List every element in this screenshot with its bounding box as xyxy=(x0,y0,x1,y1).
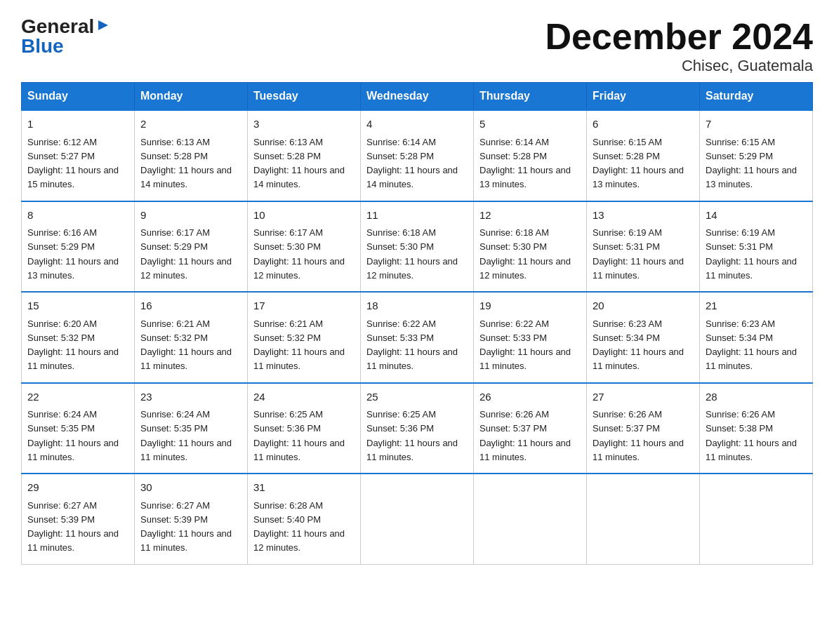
day-number: 8 xyxy=(27,208,128,224)
col-tuesday: Tuesday xyxy=(248,83,361,111)
col-saturday: Saturday xyxy=(700,83,813,111)
calendar-body: 1 Sunrise: 6:12 AMSunset: 5:27 PMDayligh… xyxy=(22,110,813,564)
day-info: Sunrise: 6:25 AMSunset: 5:36 PMDaylight:… xyxy=(253,409,345,462)
day-info: Sunrise: 6:26 AMSunset: 5:37 PMDaylight:… xyxy=(593,409,684,462)
col-sunday: Sunday xyxy=(22,83,135,111)
calendar-cell: 9 Sunrise: 6:17 AMSunset: 5:29 PMDayligh… xyxy=(135,201,248,293)
calendar-cell: 28 Sunrise: 6:26 AMSunset: 5:38 PMDaylig… xyxy=(700,383,813,474)
calendar-cell xyxy=(700,474,813,564)
day-info: Sunrise: 6:19 AMSunset: 5:31 PMDaylight:… xyxy=(706,227,797,281)
calendar-cell: 2 Sunrise: 6:13 AMSunset: 5:28 PMDayligh… xyxy=(135,110,248,201)
col-friday: Friday xyxy=(587,83,700,111)
calendar-cell: 11 Sunrise: 6:18 AMSunset: 5:30 PMDaylig… xyxy=(361,201,474,293)
day-info: Sunrise: 6:24 AMSunset: 5:35 PMDaylight:… xyxy=(27,409,119,462)
calendar-week-1: 1 Sunrise: 6:12 AMSunset: 5:27 PMDayligh… xyxy=(22,110,813,201)
calendar-cell xyxy=(474,474,587,564)
calendar-week-5: 29 Sunrise: 6:27 AMSunset: 5:39 PMDaylig… xyxy=(22,474,813,564)
calendar-cell: 27 Sunrise: 6:26 AMSunset: 5:37 PMDaylig… xyxy=(587,383,700,474)
page-header: General Blue December 2024 Chisec, Guate… xyxy=(21,17,813,75)
day-number: 31 xyxy=(253,480,355,496)
day-number: 23 xyxy=(140,389,241,405)
calendar-cell: 6 Sunrise: 6:15 AMSunset: 5:28 PMDayligh… xyxy=(587,110,700,201)
day-number: 16 xyxy=(140,298,241,314)
day-info: Sunrise: 6:18 AMSunset: 5:30 PMDaylight:… xyxy=(366,227,458,281)
day-info: Sunrise: 6:17 AMSunset: 5:30 PMDaylight:… xyxy=(253,227,345,281)
day-info: Sunrise: 6:23 AMSunset: 5:34 PMDaylight:… xyxy=(593,318,684,372)
calendar-cell: 17 Sunrise: 6:21 AMSunset: 5:32 PMDaylig… xyxy=(248,292,361,383)
day-info: Sunrise: 6:27 AMSunset: 5:39 PMDaylight:… xyxy=(27,500,119,554)
day-info: Sunrise: 6:13 AMSunset: 5:28 PMDaylight:… xyxy=(140,137,232,190)
day-info: Sunrise: 6:22 AMSunset: 5:33 PMDaylight:… xyxy=(366,318,458,372)
calendar-cell: 30 Sunrise: 6:27 AMSunset: 5:39 PMDaylig… xyxy=(135,474,248,564)
svg-marker-0 xyxy=(98,20,108,30)
day-info: Sunrise: 6:17 AMSunset: 5:29 PMDaylight:… xyxy=(140,227,232,281)
day-info: Sunrise: 6:27 AMSunset: 5:39 PMDaylight:… xyxy=(140,500,232,554)
day-info: Sunrise: 6:20 AMSunset: 5:32 PMDaylight:… xyxy=(27,318,119,372)
day-info: Sunrise: 6:26 AMSunset: 5:38 PMDaylight:… xyxy=(706,409,797,462)
day-info: Sunrise: 6:24 AMSunset: 5:35 PMDaylight:… xyxy=(140,409,232,462)
page-subtitle: Chisec, Guatemala xyxy=(545,57,813,75)
day-number: 20 xyxy=(593,298,694,314)
day-number: 5 xyxy=(479,116,581,133)
day-info: Sunrise: 6:25 AMSunset: 5:36 PMDaylight:… xyxy=(366,409,458,462)
day-number: 18 xyxy=(366,298,468,314)
logo-general-text: General xyxy=(21,17,94,36)
calendar-cell: 25 Sunrise: 6:25 AMSunset: 5:36 PMDaylig… xyxy=(361,383,474,474)
day-number: 10 xyxy=(253,208,355,224)
calendar-cell xyxy=(587,474,700,564)
day-number: 2 xyxy=(140,116,241,133)
day-info: Sunrise: 6:21 AMSunset: 5:32 PMDaylight:… xyxy=(253,318,345,372)
calendar-cell: 7 Sunrise: 6:15 AMSunset: 5:29 PMDayligh… xyxy=(700,110,813,201)
calendar-cell: 1 Sunrise: 6:12 AMSunset: 5:27 PMDayligh… xyxy=(22,110,135,201)
day-number: 6 xyxy=(593,116,694,133)
day-number: 21 xyxy=(706,298,807,314)
day-info: Sunrise: 6:13 AMSunset: 5:28 PMDaylight:… xyxy=(253,137,345,190)
day-number: 30 xyxy=(140,480,241,496)
calendar-week-4: 22 Sunrise: 6:24 AMSunset: 5:35 PMDaylig… xyxy=(22,383,813,474)
day-number: 28 xyxy=(706,389,807,405)
day-info: Sunrise: 6:23 AMSunset: 5:34 PMDaylight:… xyxy=(706,318,797,372)
day-info: Sunrise: 6:21 AMSunset: 5:32 PMDaylight:… xyxy=(140,318,232,372)
calendar-cell: 13 Sunrise: 6:19 AMSunset: 5:31 PMDaylig… xyxy=(587,201,700,293)
calendar-cell: 16 Sunrise: 6:21 AMSunset: 5:32 PMDaylig… xyxy=(135,292,248,383)
logo-triangle-icon xyxy=(95,18,111,33)
day-number: 15 xyxy=(27,298,128,314)
calendar-cell: 10 Sunrise: 6:17 AMSunset: 5:30 PMDaylig… xyxy=(248,201,361,293)
day-number: 1 xyxy=(27,116,128,133)
calendar-cell: 31 Sunrise: 6:28 AMSunset: 5:40 PMDaylig… xyxy=(248,474,361,564)
calendar-cell: 26 Sunrise: 6:26 AMSunset: 5:37 PMDaylig… xyxy=(474,383,587,474)
calendar-cell: 15 Sunrise: 6:20 AMSunset: 5:32 PMDaylig… xyxy=(22,292,135,383)
day-info: Sunrise: 6:19 AMSunset: 5:31 PMDaylight:… xyxy=(593,227,684,281)
calendar-cell: 23 Sunrise: 6:24 AMSunset: 5:35 PMDaylig… xyxy=(135,383,248,474)
calendar-cell xyxy=(361,474,474,564)
day-info: Sunrise: 6:28 AMSunset: 5:40 PMDaylight:… xyxy=(253,500,345,554)
day-number: 22 xyxy=(27,389,128,405)
day-info: Sunrise: 6:26 AMSunset: 5:37 PMDaylight:… xyxy=(479,409,571,462)
day-number: 26 xyxy=(479,389,581,405)
day-info: Sunrise: 6:14 AMSunset: 5:28 PMDaylight:… xyxy=(366,137,458,190)
calendar-cell: 8 Sunrise: 6:16 AMSunset: 5:29 PMDayligh… xyxy=(22,201,135,293)
calendar-cell: 12 Sunrise: 6:18 AMSunset: 5:30 PMDaylig… xyxy=(474,201,587,293)
day-info: Sunrise: 6:12 AMSunset: 5:27 PMDaylight:… xyxy=(27,137,119,190)
calendar-week-2: 8 Sunrise: 6:16 AMSunset: 5:29 PMDayligh… xyxy=(22,201,813,293)
day-number: 4 xyxy=(366,116,468,133)
col-wednesday: Wednesday xyxy=(361,83,474,111)
calendar-cell: 24 Sunrise: 6:25 AMSunset: 5:36 PMDaylig… xyxy=(248,383,361,474)
calendar-cell: 18 Sunrise: 6:22 AMSunset: 5:33 PMDaylig… xyxy=(361,292,474,383)
day-info: Sunrise: 6:18 AMSunset: 5:30 PMDaylight:… xyxy=(479,227,571,281)
day-number: 24 xyxy=(253,389,355,405)
day-number: 19 xyxy=(479,298,581,314)
day-info: Sunrise: 6:14 AMSunset: 5:28 PMDaylight:… xyxy=(479,137,571,190)
calendar-cell: 29 Sunrise: 6:27 AMSunset: 5:39 PMDaylig… xyxy=(22,474,135,564)
day-number: 25 xyxy=(366,389,468,405)
day-number: 17 xyxy=(253,298,355,314)
day-number: 14 xyxy=(706,208,807,224)
calendar-cell: 22 Sunrise: 6:24 AMSunset: 5:35 PMDaylig… xyxy=(22,383,135,474)
day-info: Sunrise: 6:16 AMSunset: 5:29 PMDaylight:… xyxy=(27,227,119,281)
col-thursday: Thursday xyxy=(474,83,587,111)
day-number: 11 xyxy=(366,208,468,224)
col-monday: Monday xyxy=(135,83,248,111)
day-info: Sunrise: 6:22 AMSunset: 5:33 PMDaylight:… xyxy=(479,318,571,372)
day-number: 3 xyxy=(253,116,355,133)
day-number: 7 xyxy=(706,116,807,133)
